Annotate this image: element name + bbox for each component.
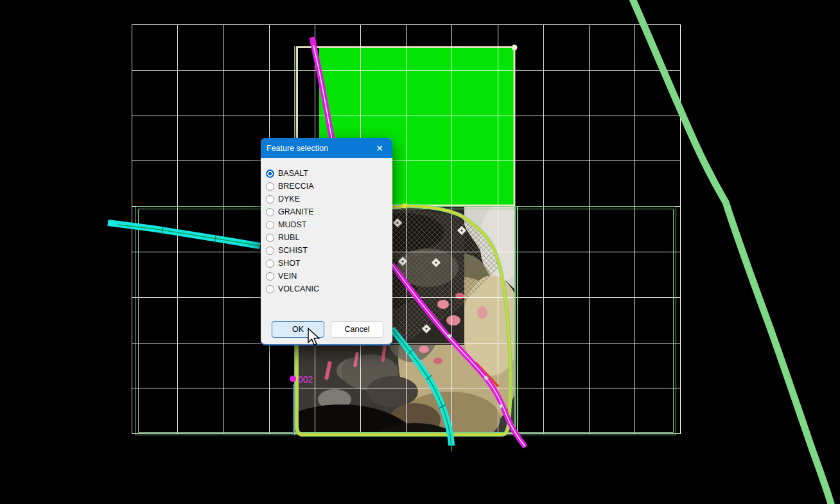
diagonal-feature-line[interactable]	[631, 0, 832, 504]
radio-option[interactable]: MUDST	[266, 218, 392, 231]
radio-option-label: SHOT	[278, 259, 301, 268]
point-marker-dot	[290, 376, 296, 382]
radio-button-icon	[266, 195, 274, 204]
dialog-button-row: OK Cancel	[272, 321, 383, 338]
close-icon[interactable]: ✕	[372, 141, 387, 155]
radio-option-label: DYKE	[278, 195, 300, 204]
radio-option-label: BRECCIA	[278, 182, 314, 191]
dialog-title: Feature selection	[267, 144, 372, 153]
radio-option[interactable]: RUBL	[266, 231, 392, 244]
dialog-titlebar[interactable]: Feature selection ✕	[261, 138, 392, 158]
radio-button-icon	[266, 221, 274, 229]
point-label: 002	[298, 374, 313, 385]
radio-option-label: RUBL	[278, 233, 299, 242]
radio-button-icon	[266, 208, 274, 216]
point-label-group: 002	[290, 374, 313, 385]
radio-button-icon	[266, 272, 274, 281]
radio-button-icon	[266, 169, 274, 178]
cancel-button[interactable]: Cancel	[331, 321, 383, 338]
radio-option[interactable]: SCHIST	[266, 244, 392, 257]
radio-option[interactable]: DYKE	[266, 193, 392, 205]
radio-option[interactable]: VOLCANIC	[266, 282, 392, 295]
radio-button-icon	[266, 259, 274, 268]
cyan-feature-line-left[interactable]	[108, 223, 260, 246]
radio-option-label: VOLCANIC	[278, 284, 319, 293]
radio-button-icon	[266, 285, 274, 293]
radio-option-label: MUDST	[278, 220, 306, 229]
radio-option[interactable]: BASALT	[266, 167, 392, 180]
app-canvas[interactable]: 002 Feature selection ✕ BASALT BRECCIA D…	[0, 0, 840, 504]
radio-option[interactable]: VEIN	[266, 270, 392, 282]
radio-button-icon	[266, 247, 274, 255]
mouse-cursor-icon	[307, 327, 321, 347]
face-outline-vertex-dot	[402, 204, 407, 209]
feature-option-list: BASALT BRECCIA DYKE GRANITE MUDST RUBL	[261, 158, 392, 295]
magenta-feature-line-top[interactable]	[312, 37, 332, 139]
radio-option-label: GRANITE	[278, 207, 314, 216]
radio-option-label: VEIN	[278, 272, 297, 281]
radio-button-icon	[266, 234, 274, 242]
feature-selection-dialog: Feature selection ✕ BASALT BRECCIA DYKE …	[261, 138, 392, 345]
feature-lines-layer: 002	[0, 0, 840, 504]
radio-option-label: BASALT	[278, 169, 308, 178]
radio-option[interactable]: SHOT	[266, 257, 392, 270]
radio-option[interactable]: GRANITE	[266, 205, 392, 218]
radio-option[interactable]: BRECCIA	[266, 180, 392, 193]
radio-button-icon	[266, 182, 274, 191]
radio-option-label: SCHIST	[278, 246, 308, 255]
